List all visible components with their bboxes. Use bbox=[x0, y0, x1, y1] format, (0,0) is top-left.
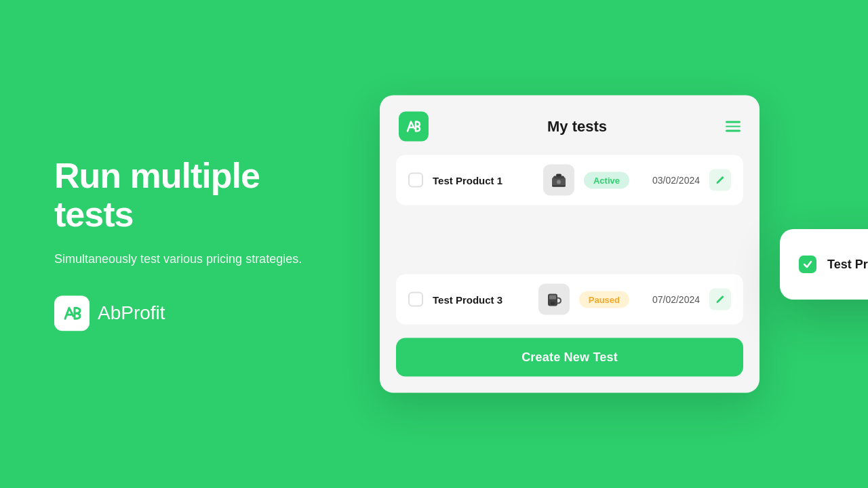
menu-line-3 bbox=[726, 130, 741, 132]
status-badge-3: Paused bbox=[579, 291, 629, 308]
checkbox-checked-2[interactable] bbox=[799, 256, 816, 273]
product-icon-1 bbox=[548, 169, 570, 191]
svg-rect-2 bbox=[556, 174, 561, 177]
edit-icon-1 bbox=[715, 175, 726, 186]
main-card: My tests Test Product 1 Acti bbox=[380, 96, 760, 393]
svg-point-3 bbox=[557, 180, 561, 184]
menu-line-1 bbox=[726, 121, 741, 123]
menu-icon[interactable] bbox=[726, 121, 741, 132]
elevated-row-spacer bbox=[396, 214, 743, 274]
create-new-test-button[interactable]: Create New Test bbox=[396, 338, 743, 377]
brand-name: AbProfit bbox=[98, 303, 165, 325]
brand-light: Profit bbox=[121, 303, 165, 324]
checkmark-icon-2 bbox=[803, 260, 812, 269]
checkbox-3[interactable] bbox=[408, 292, 423, 307]
edit-btn-3[interactable] bbox=[709, 289, 731, 310]
app-logo-icon bbox=[405, 118, 422, 136]
checkbox-1[interactable] bbox=[408, 173, 423, 188]
test-row-1[interactable]: Test Product 1 Active 03/02/2024 bbox=[396, 155, 743, 205]
brand-logo bbox=[54, 296, 90, 331]
test-row-3[interactable]: Test Product 3 Paused 07/02/2024 bbox=[396, 274, 743, 325]
product-icon-3 bbox=[543, 289, 565, 310]
menu-line-2 bbox=[726, 125, 741, 127]
card-title: My tests bbox=[547, 118, 607, 136]
test-date-3: 07/02/2024 bbox=[639, 294, 700, 305]
subtitle: Simultaneously test various pricing stra… bbox=[54, 251, 312, 269]
test-name-1: Test Product 1 bbox=[433, 174, 534, 186]
brand-bold: Ab bbox=[98, 303, 121, 324]
card-header: My tests bbox=[396, 112, 743, 142]
svg-rect-6 bbox=[549, 296, 556, 300]
ab-profit-icon bbox=[61, 303, 83, 325]
test-name-2: Test Product 2 bbox=[827, 258, 868, 272]
test-name-3: Test Product 3 bbox=[433, 293, 529, 305]
product-image-1 bbox=[543, 165, 574, 196]
brand: AbProfit bbox=[54, 296, 312, 331]
status-badge-1: Active bbox=[584, 171, 629, 188]
test-date-1: 03/02/2024 bbox=[639, 175, 700, 186]
left-section: Run multiple tests Simultaneously test v… bbox=[54, 157, 312, 331]
edit-icon-3 bbox=[715, 294, 726, 305]
product-image-3 bbox=[538, 284, 570, 315]
edit-btn-1[interactable] bbox=[709, 169, 731, 191]
app-icon bbox=[399, 112, 429, 142]
elevated-card-test-2[interactable]: Test Product 2 Active 03/05/2024 bbox=[780, 229, 868, 300]
svg-rect-4 bbox=[552, 186, 566, 187]
svg-rect-7 bbox=[551, 302, 555, 305]
headline: Run multiple tests bbox=[54, 157, 312, 234]
